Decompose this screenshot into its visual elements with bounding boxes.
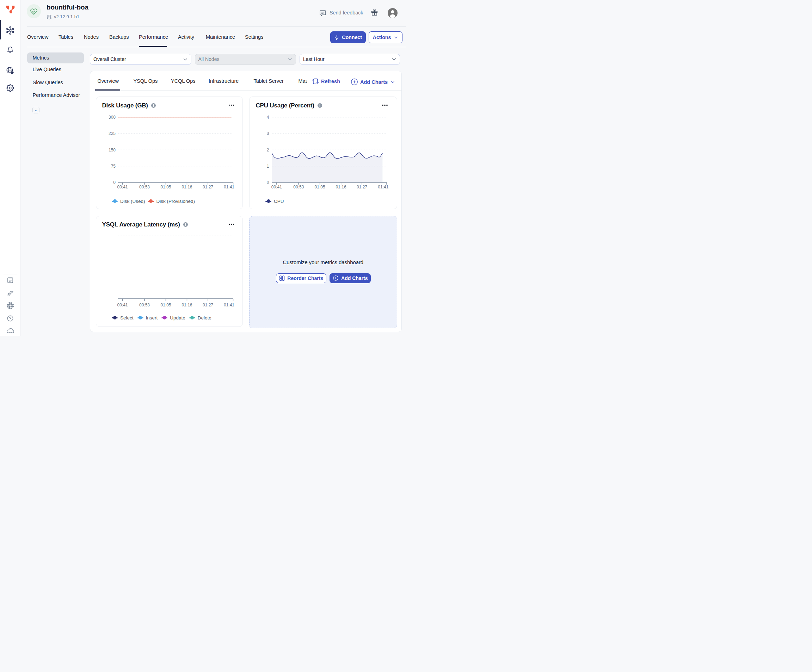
svg-text:2: 2 [267, 147, 269, 152]
svg-text:01:27: 01:27 [202, 185, 213, 189]
svg-text:00:53: 00:53 [293, 185, 304, 189]
svg-text:1: 1 [267, 163, 269, 168]
svg-text:300: 300 [108, 115, 115, 120]
svg-text:01:05: 01:05 [160, 185, 171, 189]
svg-text:01:16: 01:16 [181, 302, 192, 307]
svg-text:01:41: 01:41 [223, 302, 234, 307]
svg-text:4: 4 [267, 115, 269, 120]
svg-text:150: 150 [108, 147, 115, 152]
svg-text:00:53: 00:53 [139, 185, 149, 189]
svg-text:75: 75 [111, 163, 116, 168]
svg-text:00:41: 00:41 [117, 302, 128, 307]
svg-text:01:05: 01:05 [160, 302, 171, 307]
svg-text:3: 3 [267, 131, 269, 136]
svg-text:01:27: 01:27 [357, 185, 367, 189]
svg-text:01:27: 01:27 [202, 302, 213, 307]
svg-text:00:41: 00:41 [117, 185, 128, 189]
svg-text:01:05: 01:05 [315, 185, 325, 189]
svg-text:01:41: 01:41 [223, 185, 234, 189]
svg-text:225: 225 [108, 131, 115, 136]
svg-text:0: 0 [267, 180, 269, 185]
svg-text:00:53: 00:53 [139, 302, 149, 307]
svg-text:00:41: 00:41 [271, 185, 282, 189]
svg-text:01:41: 01:41 [378, 185, 388, 189]
svg-text:01:16: 01:16 [181, 185, 192, 189]
svg-text:0: 0 [113, 180, 116, 185]
svg-text:01:16: 01:16 [336, 185, 346, 189]
